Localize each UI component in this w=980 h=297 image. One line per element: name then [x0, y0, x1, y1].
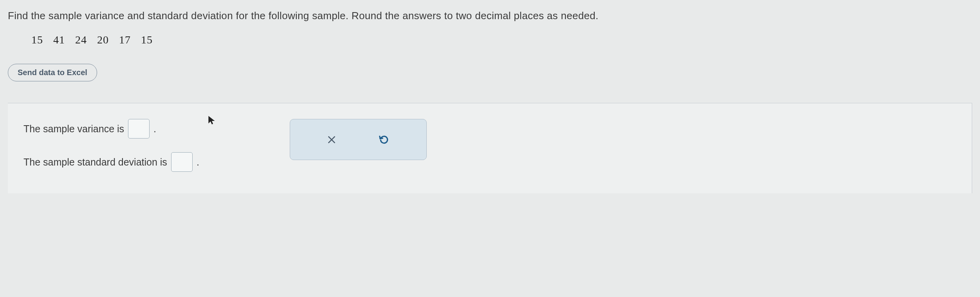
- variance-answer-line: The sample variance is .: [23, 119, 956, 139]
- stddev-answer-line: The sample standard deviation is .: [23, 152, 956, 172]
- variance-input[interactable]: [128, 119, 150, 139]
- period-text: .: [197, 157, 199, 168]
- answer-panel: The sample variance is . The sample stan…: [8, 103, 972, 193]
- variance-label: The sample variance is: [23, 123, 124, 135]
- question-prompt: Find the sample variance and standard de…: [8, 10, 972, 22]
- clear-x-icon[interactable]: [327, 135, 337, 145]
- mouse-cursor-icon: [208, 115, 216, 126]
- period-text: .: [153, 123, 156, 135]
- stddev-label: The sample standard deviation is: [23, 157, 167, 168]
- send-to-excel-button[interactable]: Send data to Excel: [8, 64, 97, 81]
- action-toolbox: [290, 119, 427, 160]
- sample-data-values: 15 41 24 20 17 15: [31, 34, 972, 46]
- stddev-input[interactable]: [171, 152, 193, 172]
- reset-icon[interactable]: [378, 134, 390, 146]
